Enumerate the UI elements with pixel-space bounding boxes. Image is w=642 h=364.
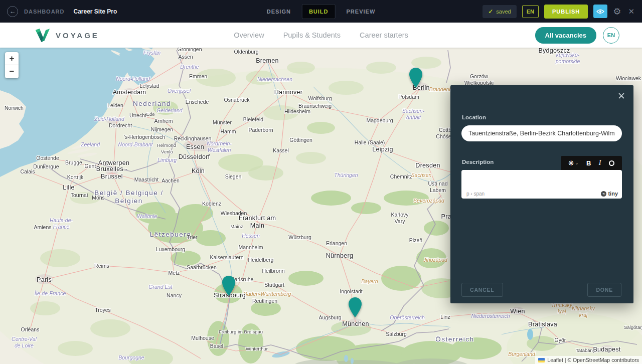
publish-button[interactable]: PUBLISH [544, 5, 588, 19]
zoom-in-button[interactable]: + [5, 52, 19, 65]
map-canvas[interactable]: NorwichGroningenFryslânAssenOldenburgBre… [0, 48, 642, 364]
panel-close-icon[interactable]: ✕ [617, 90, 625, 102]
nav-pupils-students[interactable]: Pupils & Students [283, 31, 341, 39]
site-nav: OverviewPupils & StudentsCareer starters [234, 23, 408, 48]
topbar-left: ← DASHBOARD Career Site Pro [7, 0, 117, 23]
map-zoom-control: + − [5, 52, 19, 78]
circle-icon [609, 160, 614, 166]
tinymce-logo[interactable]: ⌁ tiny [601, 191, 618, 197]
tab-design[interactable]: DESIGN [260, 4, 298, 19]
topbar: ← DASHBOARD Career Site Pro DESIGNBUILDP… [0, 0, 642, 23]
saved-label: saved [496, 9, 511, 15]
map-attribution: Leaflet | © OpenStreetMap contributors [535, 356, 642, 364]
tab-build[interactable]: BUILD [302, 4, 336, 19]
location-label: Location [462, 114, 486, 120]
ukraine-flag-icon [538, 358, 545, 362]
map-pin-munich[interactable] [348, 297, 363, 320]
brand: VOYAGE [35, 23, 99, 48]
editor-statusbar: p › span ⌁ tiny [461, 190, 622, 199]
ai-flower-icon: ❋ [568, 159, 574, 167]
map-pin-berlin[interactable] [408, 67, 423, 90]
eye-icon [596, 9, 604, 15]
language-badge[interactable]: EN [522, 5, 539, 18]
location-input[interactable] [461, 125, 622, 141]
brand-name: VOYAGE [56, 31, 99, 40]
nav-career-starters[interactable]: Career starters [360, 31, 408, 39]
attribution-text[interactable]: Leaflet | © OpenStreetMap contributors [547, 357, 639, 363]
bold-button[interactable]: B [586, 159, 591, 167]
mode-tabs: DESIGNBUILDPREVIEW [260, 0, 383, 23]
settings-gear-icon[interactable]: ⚙ [613, 6, 621, 17]
ai-tools-button[interactable]: ❋ ⌄ [568, 159, 578, 167]
window-close-icon[interactable]: ✕ [626, 7, 636, 16]
all-vacancies-button[interactable]: All vacancies [535, 27, 596, 44]
tab-preview[interactable]: PREVIEW [340, 4, 383, 19]
check-icon: ✓ [488, 8, 493, 15]
site-language-toggle[interactable]: EN [603, 27, 619, 44]
tinymce-icon: ⌁ [601, 191, 606, 197]
site-header: VOYAGE OverviewPupils & StudentsCareer s… [0, 23, 642, 48]
cancel-button[interactable]: CANCEL [461, 283, 503, 297]
back-arrow-icon[interactable]: ← [7, 6, 18, 17]
element-path[interactable]: p › span [466, 191, 485, 197]
panel-actions: CANCEL DONE [461, 283, 621, 297]
editor-toolbar: ❋ ⌄ B I [561, 156, 622, 170]
location-panel: ✕ Location Description ❋ ⌄ B I p › span [450, 85, 633, 303]
voyage-logo-icon [35, 29, 50, 42]
project-title: Career Site Pro [74, 8, 117, 15]
dashboard-link[interactable]: DASHBOARD [24, 9, 65, 15]
topbar-right: ✓ saved EN PUBLISH ⚙ ✕ [483, 0, 636, 23]
tinymce-brand-text: tiny [608, 191, 618, 197]
nav-overview[interactable]: Overview [234, 31, 264, 39]
italic-button[interactable]: I [599, 159, 601, 167]
saved-badge: ✓ saved [483, 5, 516, 18]
map-pin-strasbourg[interactable] [221, 275, 236, 298]
preview-eye-button[interactable] [593, 5, 607, 18]
screen: ← DASHBOARD Career Site Pro DESIGNBUILDP… [0, 0, 642, 364]
zoom-out-button[interactable]: − [5, 65, 19, 78]
site-header-right: All vacancies EN [535, 23, 619, 48]
chevron-down-icon: ⌄ [575, 160, 579, 165]
description-label: Description [462, 159, 494, 165]
circle-shape-button[interactable] [609, 160, 614, 166]
done-button[interactable]: DONE [587, 283, 621, 297]
description-editor[interactable]: p › span ⌁ tiny [461, 170, 622, 199]
